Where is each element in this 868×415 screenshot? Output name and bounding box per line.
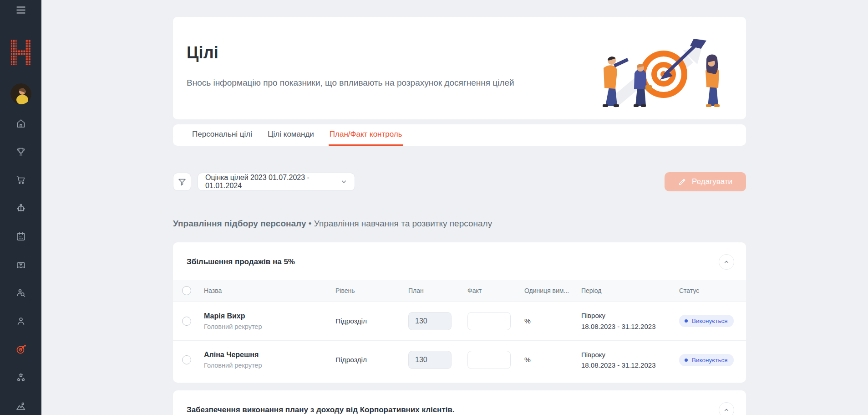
level-cell: Підрозділ <box>335 317 408 325</box>
row-checkbox[interactable] <box>182 355 191 364</box>
main-content: Цілі Внось інформацію про показники, що … <box>173 0 746 415</box>
status-label: Виконується <box>692 357 727 364</box>
employee-name: Марія Вихр <box>204 312 335 320</box>
filter-button[interactable] <box>173 173 191 191</box>
goal-card: Збільшення продажів на 5% Назва Рівень П… <box>173 242 746 383</box>
employee-role: Головний рекрутер <box>204 323 335 330</box>
col-level: Рівень <box>335 287 408 294</box>
fact-input[interactable] <box>467 312 511 330</box>
plan-input[interactable] <box>408 312 452 330</box>
col-period: Період <box>581 287 679 294</box>
achievements-stars-icon[interactable] <box>15 372 26 383</box>
sidebar <box>0 0 41 415</box>
table-row: Марія Вихр Головний рекрутер Підрозділ %… <box>173 302 746 340</box>
pencil-icon <box>678 178 686 186</box>
trophy-icon[interactable] <box>15 146 26 157</box>
goal-card-header: Забезпечення виконання плану з доходу ві… <box>173 390 746 415</box>
knowledge-book-icon[interactable] <box>15 259 26 270</box>
chevron-down-icon <box>340 178 347 185</box>
cart-icon[interactable] <box>15 174 26 185</box>
col-fact: Факт <box>467 287 524 294</box>
group-program-name: Управління навчання та розвитку персонал… <box>314 219 492 228</box>
table-row: Аліна Черешня Головний рекрутер Підрозді… <box>173 340 746 379</box>
col-plan: План <box>408 287 467 294</box>
recruiting-search-icon[interactable] <box>15 287 26 298</box>
group-team-name: Управління підбору персоналу <box>173 219 306 228</box>
employee-role: Головний рекрутер <box>204 362 335 369</box>
level-cell: Підрозділ <box>335 356 408 364</box>
collapse-button[interactable] <box>719 254 734 270</box>
table-header-row: Назва Рівень План Факт Одиниця вим... Пе… <box>173 280 746 302</box>
row-checkbox[interactable] <box>182 317 191 326</box>
group-header: Управління підбору персоналу • Управлінн… <box>173 219 746 229</box>
tab-plan-fact-control[interactable]: План/Факт контроль <box>329 124 403 146</box>
plan-input[interactable] <box>408 351 452 369</box>
unit-cell: % <box>524 356 581 364</box>
status-badge: Виконується <box>679 315 734 327</box>
filter-row: Оцінка цілей 2023 01.07.2023 - 01.01.202… <box>173 172 746 191</box>
col-name: Назва <box>204 287 335 294</box>
period-range: 18.08.2023 - 31.12.2023 <box>581 360 679 370</box>
calendar-icon[interactable] <box>15 231 26 242</box>
sidebar-nav <box>15 118 26 411</box>
hero-card: Цілі Внось інформацію про показники, що … <box>173 17 746 119</box>
unit-cell: % <box>524 317 581 325</box>
period-range: 18.08.2023 - 31.12.2023 <box>581 321 679 332</box>
goals-illustration <box>592 38 731 110</box>
collapse-button[interactable] <box>719 402 734 415</box>
tab-personal-goals[interactable]: Персональні цілі <box>191 124 253 146</box>
tabs-bar: Персональні цілі Цілі команди План/Факт … <box>173 124 746 146</box>
employee-cell: Аліна Черешня Головний рекрутер <box>204 351 335 369</box>
status-label: Виконується <box>692 318 727 324</box>
career-mountain-icon[interactable] <box>15 400 26 411</box>
goals-target-icon[interactable] <box>15 344 26 355</box>
status-dot-icon <box>685 319 688 323</box>
period-type: Півроку <box>581 349 679 360</box>
employee-cell: Марія Вихр Головний рекрутер <box>204 312 335 330</box>
period-cell: Півроку 18.08.2023 - 31.12.2023 <box>581 349 679 371</box>
goal-card: Забезпечення виконання плану з доходу ві… <box>173 390 746 415</box>
fact-input[interactable] <box>467 351 511 369</box>
learning-icon[interactable] <box>15 203 26 214</box>
select-all-checkbox[interactable] <box>182 286 191 295</box>
goal-title: Збільшення продажів на 5% <box>187 257 295 266</box>
col-unit: Одиниця вим... <box>524 287 581 294</box>
edit-button[interactable]: Редагувати <box>665 172 746 191</box>
home-icon[interactable] <box>15 118 26 129</box>
period-select-value: Оцінка цілей 2023 01.07.2023 - 01.01.202… <box>205 174 340 190</box>
menu-icon[interactable] <box>15 4 27 18</box>
goal-card-header: Збільшення продажів на 5% <box>173 242 746 280</box>
chevron-up-icon <box>723 259 730 265</box>
period-select[interactable]: Оцінка цілей 2023 01.07.2023 - 01.01.202… <box>198 173 355 191</box>
period-type: Півроку <box>581 310 679 321</box>
employee-name: Аліна Черешня <box>204 351 335 359</box>
profile-icon[interactable] <box>15 316 26 327</box>
chevron-up-icon <box>723 407 730 413</box>
tab-team-goals[interactable]: Цілі команди <box>267 124 315 146</box>
period-cell: Півроку 18.08.2023 - 31.12.2023 <box>581 310 679 332</box>
group-separator: • <box>309 219 312 228</box>
status-badge: Виконується <box>679 354 734 366</box>
goal-title: Забезпечення виконання плану з доходу ві… <box>187 405 455 415</box>
edit-button-label: Редагувати <box>692 177 732 186</box>
col-status: Статус <box>679 287 737 294</box>
user-avatar[interactable] <box>10 83 31 104</box>
hurma-logo[interactable] <box>10 40 32 67</box>
status-dot-icon <box>685 359 688 362</box>
